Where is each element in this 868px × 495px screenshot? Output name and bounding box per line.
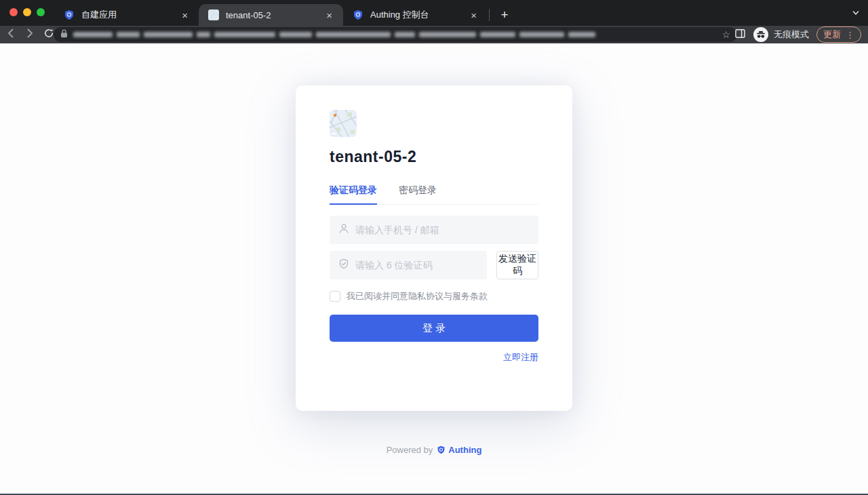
tab-label: tenant-05-2 (226, 10, 323, 20)
agreement-row: 我已阅读并同意隐私协议与服务条款 (330, 290, 538, 302)
tabs: 自建应用 × tenant-05-2 × Authing 控制台 × + (54, 4, 514, 26)
login-card: tenant-05-2 验证码登录 密码登录 发送验证码 (296, 85, 572, 411)
account-input[interactable] (355, 224, 530, 235)
tab-authing-console[interactable]: Authing 控制台 × (343, 4, 488, 26)
powered-by-label: Powered by (387, 445, 433, 455)
login-method-tabs: 验证码登录 密码登录 (330, 184, 538, 205)
authing-shield-icon (437, 446, 446, 454)
window-controls (9, 8, 45, 16)
update-chrome-button[interactable]: 更新 ⋮ (816, 26, 861, 43)
tab-password-login[interactable]: 密码登录 (399, 184, 437, 204)
browser-toolbar: ☆ 无痕模式 更新 ⋮ (0, 26, 868, 43)
tab-tenant-05-2[interactable]: tenant-05-2 × (199, 4, 343, 26)
bookmark-star-icon[interactable]: ☆ (722, 30, 730, 39)
minimize-window-button[interactable] (23, 8, 31, 16)
send-code-button[interactable]: 发送验证码 (496, 251, 538, 279)
login-button[interactable]: 登 录 (330, 315, 538, 342)
reload-icon[interactable] (43, 28, 54, 41)
tab-separator (489, 9, 490, 21)
lock-icon (60, 28, 68, 41)
tab-label: 自建应用 (81, 9, 179, 21)
incognito-label: 无痕模式 (774, 28, 809, 41)
authing-brand-label: Authing (448, 445, 481, 455)
map-favicon-icon (208, 9, 219, 20)
account-field[interactable] (330, 216, 538, 244)
shield-check-icon (338, 258, 349, 272)
side-panel-icon[interactable] (734, 28, 746, 42)
tab-code-login[interactable]: 验证码登录 (330, 184, 377, 205)
tab-self-built-app[interactable]: 自建应用 × (54, 4, 199, 26)
user-icon (338, 223, 349, 237)
powered-by: Powered by Authing (0, 445, 868, 455)
browser-menu-icon[interactable]: ⋮ (846, 30, 854, 40)
close-tab-icon[interactable]: × (323, 9, 335, 22)
incognito-indicator: 无痕模式 (753, 27, 809, 42)
authing-brand-link[interactable]: Authing (437, 445, 481, 455)
incognito-icon (753, 27, 768, 42)
close-window-button[interactable] (9, 8, 18, 16)
zoom-window-button[interactable] (37, 8, 45, 16)
app-title: tenant-05-2 (330, 146, 538, 167)
close-tab-icon[interactable]: × (179, 9, 191, 22)
tab-strip: 自建应用 × tenant-05-2 × Authing 控制台 × + (0, 0, 868, 26)
tab-label: Authing 控制台 (370, 9, 468, 21)
close-tab-icon[interactable]: × (468, 9, 479, 22)
code-input[interactable] (355, 260, 478, 271)
authing-shield-icon (64, 9, 75, 20)
url-redacted-text (73, 32, 716, 37)
address-bar[interactable]: ☆ (54, 27, 737, 42)
new-tab-button[interactable]: + (495, 5, 514, 24)
forward-icon[interactable] (24, 28, 35, 41)
tab-search-chevron-icon[interactable] (852, 9, 860, 17)
agreement-label: 我已阅读并同意隐私协议与服务条款 (347, 290, 488, 302)
login-page: tenant-05-2 验证码登录 密码登录 发送验证码 (0, 43, 868, 495)
register-link[interactable]: 立即注册 (503, 352, 538, 362)
code-field[interactable] (330, 251, 487, 279)
browser-window: 自建应用 × tenant-05-2 × Authing 控制台 × + (0, 0, 868, 495)
back-icon[interactable] (5, 28, 16, 41)
authing-shield-icon (353, 9, 363, 20)
agreement-checkbox[interactable] (330, 291, 340, 302)
update-label: 更新 (823, 28, 841, 41)
app-logo-map-image (330, 110, 357, 137)
